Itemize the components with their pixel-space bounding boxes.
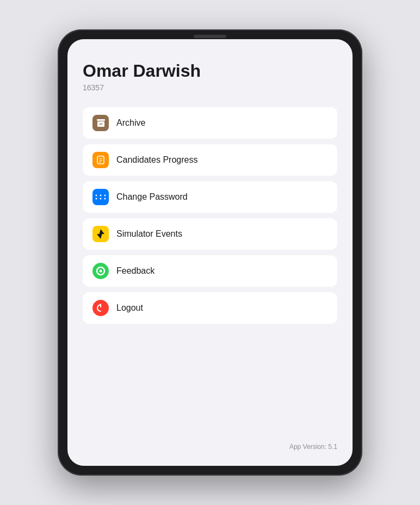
svg-marker-13 <box>97 229 104 239</box>
menu-item-archive[interactable]: Archive <box>83 107 337 139</box>
archive-icon <box>92 115 109 131</box>
svg-point-11 <box>104 195 106 196</box>
menu-label-simulator-events: Simulator Events <box>116 229 182 239</box>
logout-icon <box>92 300 109 316</box>
feedback-icon <box>92 263 109 279</box>
svg-point-12 <box>104 198 106 200</box>
svg-point-9 <box>100 195 102 196</box>
menu-item-change-password[interactable]: Change Password <box>83 181 337 213</box>
menu-label-change-password: Change Password <box>116 192 188 202</box>
app-version: App Version: 5.1 <box>289 443 337 451</box>
svg-point-15 <box>100 270 102 273</box>
menu-label-candidates-progress: Candidates Progress <box>116 155 197 165</box>
svg-rect-6 <box>99 162 101 162</box>
menu-item-logout[interactable]: Logout <box>83 292 337 324</box>
svg-rect-2 <box>99 124 102 125</box>
svg-rect-5 <box>99 160 102 161</box>
change-password-icon <box>92 189 109 205</box>
svg-rect-16 <box>100 304 101 307</box>
user-id: 16357 <box>83 83 337 92</box>
svg-rect-0 <box>97 119 105 121</box>
menu-list: ArchiveCandidates ProgressChange Passwor… <box>83 107 337 324</box>
menu-item-simulator-events[interactable]: Simulator Events <box>83 218 337 250</box>
menu-label-archive: Archive <box>116 118 145 128</box>
tablet-frame: Omar Darwish 16357 ArchiveCandidates Pro… <box>58 29 362 476</box>
simulator-events-icon <box>92 226 109 242</box>
user-name: Omar Darwish <box>83 61 337 81</box>
svg-point-8 <box>96 198 97 200</box>
menu-label-feedback: Feedback <box>116 266 155 276</box>
svg-point-7 <box>96 195 97 196</box>
svg-point-10 <box>100 198 102 200</box>
menu-item-candidates-progress[interactable]: Candidates Progress <box>83 144 337 176</box>
menu-item-feedback[interactable]: Feedback <box>83 255 337 287</box>
svg-rect-4 <box>99 158 102 159</box>
candidates-progress-icon <box>92 152 109 168</box>
menu-label-logout: Logout <box>116 303 143 313</box>
tablet-screen: Omar Darwish 16357 ArchiveCandidates Pro… <box>67 39 353 466</box>
